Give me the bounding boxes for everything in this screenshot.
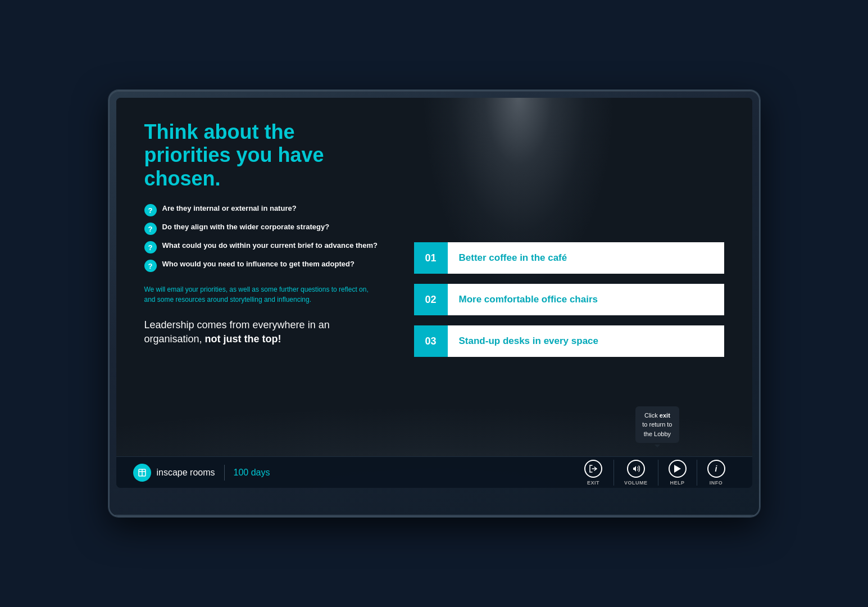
email-note: We will email your priorities, as well a… [144,284,380,305]
priority-card-2: 02 More comfortable office chairs [414,284,724,315]
exit-tooltip: Click exit to return tothe Lobby [635,406,679,443]
laptop-container: Think about the priorities you have chos… [108,90,760,517]
question-text-3: What could you do within your current br… [162,241,378,251]
brand-name: inscape rooms [157,468,215,478]
priority-label-2: More comfortable office chairs [448,284,724,315]
priority-label-3: Stand-up desks in every space [448,325,724,357]
bottom-bar: inscape rooms 100 days EXIT [116,456,752,488]
question-item-4: ? Who would you need to influence to get… [144,259,380,272]
question-text-2: Do they align with the wider corporate s… [162,222,330,232]
question-text-4: Who would you need to influence to get t… [162,259,355,269]
info-button[interactable]: i [707,460,725,478]
question-list: ? Are they internal or external in natur… [144,203,380,272]
question-icon-3: ? [144,241,157,253]
help-section: HELP [658,460,697,486]
leadership-quote-bold: not just the top! [205,333,281,345]
left-panel: Think about the priorities you have chos… [144,120,380,445]
question-item-3: ? What could you do within your current … [144,241,380,253]
priority-number-2: 02 [414,284,448,315]
laptop-base [108,515,760,517]
info-icon: i [715,464,717,473]
info-section: i INFO [697,460,735,486]
laptop-body: Think about the priorities you have chos… [108,90,760,517]
volume-button[interactable] [627,460,645,478]
priority-number-1: 01 [414,242,448,274]
right-panel: 01 Better coffee in the café 02 More com… [380,120,724,445]
screen-content: Think about the priorities you have chos… [116,98,752,488]
priority-card-3: 03 Stand-up desks in every space [414,325,724,357]
question-icon-2: ? [144,223,157,235]
main-area: Think about the priorities you have chos… [116,98,752,456]
question-icon-4: ? [144,260,157,272]
course-name: 100 days [234,468,270,478]
exit-label: EXIT [587,480,599,486]
exit-keyword: exit [660,412,670,419]
svg-marker-3 [674,465,681,473]
info-label: INFO [710,480,723,486]
help-button[interactable] [669,460,687,478]
exit-button[interactable] [584,460,602,478]
question-item-2: ? Do they align with the wider corporate… [144,222,380,235]
leadership-quote: Leadership comes from everywhere in an o… [144,318,380,346]
question-icon-1: ? [144,204,157,216]
brand: inscape rooms [133,464,215,482]
question-text-1: Are they internal or external in nature? [162,203,297,214]
brand-icon [133,464,151,482]
help-label: HELP [670,480,684,486]
volume-section: VOLUME [614,460,658,486]
screen: Think about the priorities you have chos… [116,98,752,488]
priority-number-3: 03 [414,325,448,357]
volume-label: VOLUME [624,480,648,486]
exit-nav-section: EXIT [573,460,614,486]
nav-controls: EXIT VOLUME [573,460,735,486]
brand-divider [224,465,225,481]
priority-card-1: 01 Better coffee in the café [414,242,724,274]
main-heading: Think about the priorities you have chos… [144,120,380,190]
priority-label-1: Better coffee in the café [448,242,724,274]
question-item-1: ? Are they internal or external in natur… [144,203,380,216]
